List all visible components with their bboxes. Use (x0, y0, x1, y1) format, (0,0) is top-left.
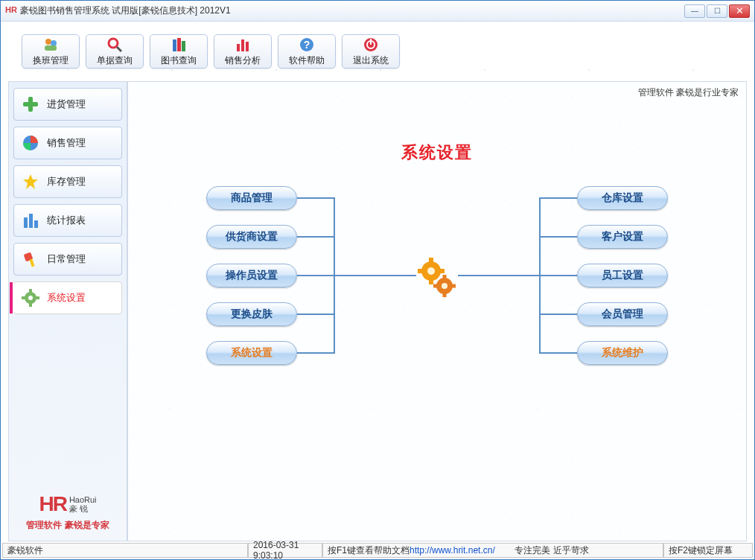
toolbar-label: 退出系统 (353, 54, 389, 67)
pill-change-skin[interactable]: 更换皮肤 (206, 302, 297, 326)
sidebar-item-sales[interactable]: 销售管理 (13, 127, 122, 159)
sidebar-item-inventory[interactable]: 库存管理 (13, 165, 122, 198)
svg-rect-17 (23, 102, 38, 106)
svg-rect-41 (433, 284, 438, 288)
tagline: 管理软件 豪锐是行业专家 (638, 86, 739, 99)
app-window: HR 豪锐图书销售管理系统 试用版[豪锐信息技术] 2012V1 — ☐ ✕ 换… (0, 0, 755, 560)
svg-rect-5 (173, 39, 176, 51)
toolbar-label: 图书查询 (161, 54, 197, 67)
sidebar-label: 统计报表 (47, 214, 86, 227)
svg-rect-35 (418, 269, 423, 273)
titlebar: HR 豪锐图书销售管理系统 试用版[豪锐信息技术] 2012V1 — ☐ ✕ (1, 1, 754, 22)
window-controls: — ☐ ✕ (684, 4, 750, 18)
help-icon: ? (299, 36, 315, 53)
svg-rect-2 (45, 45, 57, 51)
svg-rect-21 (29, 214, 33, 228)
sidebar-label: 销售管理 (47, 136, 86, 150)
maximize-button[interactable]: ☐ (707, 4, 727, 18)
brush-icon (22, 250, 39, 268)
logo-sub: HaoRui 豪 锐 (69, 495, 97, 513)
gear-icon (22, 289, 39, 307)
statusbar: 豪锐软件 2016-03-31 9:03:10 按F1键查看帮助文档http:/… (2, 543, 753, 558)
exit-button[interactable]: 退出系统 (342, 34, 400, 69)
pill-warehouse-settings[interactable]: 仓库设置 (577, 186, 668, 210)
toolbar: 换班管理 单据查询 图书查询 销售分析 ? 软件帮助 退出系统 (1, 22, 754, 81)
svg-rect-10 (246, 42, 249, 51)
books-icon (171, 36, 187, 53)
body: 进货管理 销售管理 库存管理 统计报表 日常管理 系统设置 (8, 81, 747, 541)
svg-rect-30 (36, 296, 39, 299)
status-help: 按F1键查看帮助文档http://www.hrit.net.cn/ 专注完美 近… (322, 543, 663, 558)
svg-rect-24 (29, 259, 34, 267)
svg-rect-20 (24, 217, 28, 228)
pill-customer-settings[interactable]: 客户设置 (577, 225, 668, 249)
svg-rect-34 (429, 279, 433, 284)
pill-employee-settings[interactable]: 员工设置 (577, 264, 668, 287)
settings-diagram: 系统设置 (206, 141, 668, 380)
globe-icon (22, 134, 39, 152)
toolbar-label: 单据查询 (97, 54, 133, 67)
help-button[interactable]: ? 软件帮助 (278, 34, 336, 69)
svg-rect-27 (29, 289, 32, 293)
magnifier-icon (106, 36, 123, 53)
status-f2: 按F2键锁定屏幕 (663, 543, 753, 558)
svg-line-4 (117, 47, 121, 51)
svg-rect-8 (237, 44, 240, 51)
toolbar-label: 销售分析 (225, 54, 261, 67)
book-query-button[interactable]: 图书查询 (150, 34, 208, 69)
svg-marker-19 (23, 174, 38, 189)
svg-point-1 (51, 40, 57, 46)
diagram-title: 系统设置 (206, 141, 668, 164)
svg-rect-6 (177, 38, 181, 51)
svg-rect-9 (241, 39, 244, 51)
plus-icon (22, 95, 39, 113)
status-company: 豪锐软件 (2, 543, 248, 558)
sales-analysis-button[interactable]: 销售分析 (214, 34, 272, 69)
svg-rect-33 (429, 258, 433, 263)
pill-operator-settings[interactable]: 操作员设置 (206, 264, 297, 287)
svg-text:?: ? (304, 39, 310, 51)
status-datetime: 2016-03-31 9:03:10 (248, 543, 322, 558)
toolbar-label: 换班管理 (33, 54, 69, 67)
status-motto: 专注完美 近乎苛求 (515, 544, 588, 557)
logo-slogan: 管理软件 豪锐是专家 (15, 519, 121, 532)
sidebar-label: 日常管理 (47, 252, 86, 266)
pill-supplier-settings[interactable]: 供货商设置 (206, 225, 297, 249)
pill-member-mgmt[interactable]: 会员管理 (577, 302, 668, 326)
pill-product-mgmt[interactable]: 商品管理 (206, 186, 297, 210)
order-query-button[interactable]: 单据查询 (86, 34, 144, 69)
svg-point-0 (45, 39, 51, 45)
svg-rect-22 (34, 220, 38, 228)
svg-rect-39 (443, 275, 447, 279)
svg-point-3 (109, 39, 118, 48)
window-title: 豪锐图书销售管理系统 试用版[豪锐信息技术] 2012V1 (20, 4, 684, 17)
svg-point-32 (427, 267, 435, 275)
svg-rect-36 (439, 269, 445, 273)
bars-icon (22, 211, 39, 229)
svg-point-38 (442, 283, 447, 289)
toolbar-label: 软件帮助 (289, 54, 325, 67)
sidebar: 进货管理 销售管理 库存管理 统计报表 日常管理 系统设置 (8, 81, 127, 541)
power-icon (363, 36, 379, 53)
gears-icon (416, 258, 458, 299)
sidebar-item-daily[interactable]: 日常管理 (13, 243, 122, 276)
chart-icon (235, 36, 251, 53)
sidebar-item-purchase[interactable]: 进货管理 (13, 88, 122, 121)
shift-mgmt-button[interactable]: 换班管理 (22, 34, 80, 69)
close-button[interactable]: ✕ (729, 4, 750, 18)
sidebar-label: 进货管理 (47, 98, 86, 111)
pill-system-settings[interactable]: 系统设置 (206, 341, 297, 365)
logo-mark: HR (39, 492, 66, 516)
sidebar-item-reports[interactable]: 统计报表 (13, 204, 122, 237)
help-link[interactable]: http://www.hrit.net.cn/ (410, 545, 495, 556)
sidebar-label: 系统设置 (47, 291, 86, 305)
svg-rect-42 (451, 284, 456, 288)
svg-rect-7 (182, 41, 185, 51)
minimize-button[interactable]: — (684, 4, 705, 18)
svg-rect-28 (29, 303, 32, 307)
svg-rect-40 (443, 293, 447, 297)
sidebar-item-settings[interactable]: 系统设置 (13, 281, 122, 314)
svg-rect-29 (22, 296, 25, 299)
pill-system-maintenance[interactable]: 系统维护 (577, 341, 668, 365)
svg-point-26 (28, 296, 33, 300)
